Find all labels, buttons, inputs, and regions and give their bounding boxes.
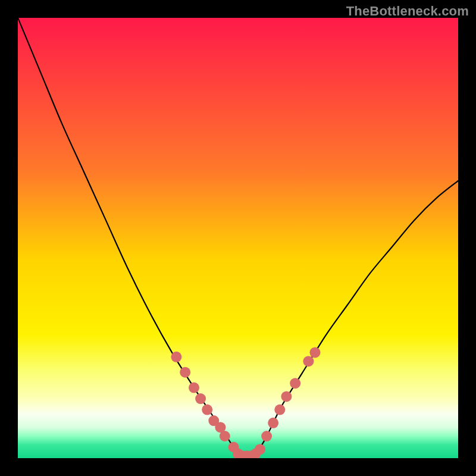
data-marker (281, 391, 292, 402)
chart-frame: TheBottleneck.com (0, 0, 476, 476)
data-marker (189, 383, 199, 393)
data-marker (290, 378, 300, 389)
data-marker (220, 431, 230, 441)
data-marker (180, 367, 190, 378)
data-marker (310, 347, 321, 358)
data-marker (268, 418, 278, 428)
data-marker (261, 431, 272, 441)
data-marker (274, 405, 285, 415)
data-marker (171, 352, 181, 362)
chart-svg (18, 18, 458, 458)
data-marker (255, 444, 265, 455)
data-marker (202, 405, 212, 415)
chart-plot-area (18, 18, 458, 458)
gradient-background (18, 18, 458, 458)
data-marker (303, 356, 314, 367)
watermark-text: TheBottleneck.com (346, 4, 469, 19)
data-marker (195, 393, 206, 404)
